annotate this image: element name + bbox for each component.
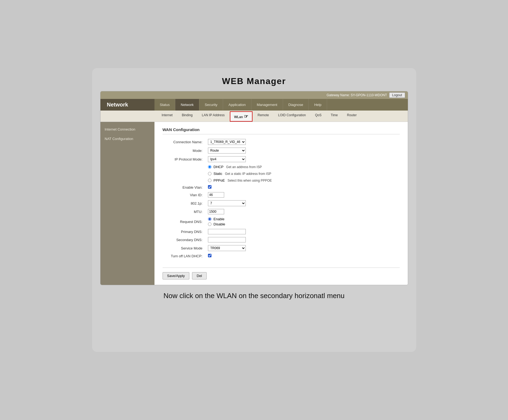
mode-row: Mode: Route [163, 146, 400, 155]
dot1p-select[interactable]: 7 [208, 200, 246, 206]
dns-enable-label: Enable [208, 217, 398, 221]
dns-disable-label: Disable [208, 222, 398, 226]
dot1p-label: 802.1p: [163, 199, 206, 208]
primary-nav: Network Status Network Security Applicat… [100, 99, 408, 111]
mtu-input[interactable] [208, 209, 224, 214]
enable-vlan-row: Enable Vlan: [163, 184, 400, 191]
dhcp-radio[interactable] [208, 165, 211, 169]
dhcp-label: DHCP Get an address from ISP [208, 165, 398, 169]
nav-brand: Network [100, 99, 154, 111]
logout-button[interactable]: Logout [389, 92, 405, 98]
top-bar: Gateway Name: SY-GPON-1110-WDONT Logout [100, 91, 408, 99]
dhcp-row: DHCP Get an address from ISP [163, 164, 400, 170]
secondary-nav-router[interactable]: Router [343, 111, 361, 122]
secondary-nav-qos[interactable]: QoS [311, 111, 326, 122]
connection-name-select[interactable]: 1_TR069_R_VID_46 [208, 139, 246, 145]
dns-enable-radio[interactable] [208, 217, 211, 221]
caption-text: Now click on the WLAN on the secondary h… [163, 292, 345, 300]
primary-dns-input[interactable] [208, 229, 246, 234]
secondary-nav-wlan[interactable]: WLan ☞ [230, 111, 253, 122]
sidebar-item-internet-connection[interactable]: Internet Connection [100, 125, 154, 134]
service-mode-select[interactable]: TR069 [208, 245, 246, 251]
ip-protocol-select[interactable]: Ipv4 [208, 156, 246, 162]
turn-off-lan-dhcp-checkbox[interactable] [208, 254, 211, 257]
secondary-dns-label: Secondary DNS: [163, 236, 206, 244]
static-radio[interactable] [208, 172, 211, 175]
primary-nav-items: Status Network Security Application Mana… [154, 99, 408, 111]
secondary-nav-time[interactable]: Time [327, 111, 342, 122]
nav-item-application[interactable]: Application [223, 99, 251, 111]
secondary-nav-internet[interactable]: Internet [158, 111, 177, 122]
secondary-nav-lan-ip-address[interactable]: LAN IP Address [198, 111, 229, 122]
nav-item-diagnose[interactable]: Diagnose [283, 99, 309, 111]
secondary-nav-binding[interactable]: Binding [178, 111, 197, 122]
mode-select[interactable]: Route [208, 148, 246, 154]
ip-protocol-label: IP Protocol Mode: [163, 155, 206, 164]
secondary-nav-remote[interactable]: Remote [254, 111, 273, 122]
secondary-nav-loid[interactable]: LOID Configuration [274, 111, 310, 122]
sidebar-item-nat-configuration[interactable]: NAT Configuration [100, 134, 154, 144]
request-dns-label: Request DNS: [163, 216, 206, 228]
nav-item-network[interactable]: Network [175, 99, 199, 111]
primary-dns-row: Primary DNS: [163, 228, 400, 236]
mtu-row: MTU: [163, 208, 400, 216]
sidebar: Internet Connection NAT Configuration [100, 122, 154, 285]
pppoe-radio[interactable] [208, 179, 211, 182]
connection-name-label: Connection Name: [163, 138, 206, 146]
browser-window: Gateway Name: SY-GPON-1110-WDONT Logout … [100, 91, 408, 285]
pppoe-label: PPPoE Select this when using PPPOE [208, 178, 398, 182]
nav-item-security[interactable]: Security [199, 99, 223, 111]
enable-vlan-checkbox[interactable] [208, 185, 211, 189]
del-button[interactable]: Del [192, 272, 207, 279]
service-mode-row: Service Mode TR069 [163, 244, 400, 252]
pppoe-row: PPPoE Select this when using PPPOE [163, 177, 400, 184]
connection-name-row: Connection Name: 1_TR069_R_VID_46 [163, 138, 400, 146]
save-apply-button[interactable]: Save/Apply [163, 272, 190, 279]
vlan-id-input[interactable] [208, 192, 224, 198]
vlan-id-label: Vlan ID: [163, 191, 206, 199]
main-area: Internet Connection NAT Configuration WA… [100, 122, 408, 285]
mtu-label: MTU: [163, 208, 206, 216]
secondary-dns-input[interactable] [208, 237, 246, 242]
dns-disable-radio[interactable] [208, 222, 211, 226]
secondary-dns-row: Secondary DNS: [163, 236, 400, 244]
outer-container: WEB Manager Gateway Name: SY-GPON-1110-W… [92, 68, 416, 352]
gateway-name: Gateway Name: SY-GPON-1110-WDONT [327, 93, 387, 97]
static-row: Static Get a static IP address from ISP [163, 170, 400, 177]
section-title: WAN Configuration [163, 127, 400, 134]
ip-protocol-row: IP Protocol Mode: Ipv4 [163, 155, 400, 164]
nav-item-management[interactable]: Management [251, 99, 283, 111]
secondary-nav: Internet Binding LAN IP Address WLan ☞ R… [100, 111, 408, 122]
turn-off-label: Turn off LAN DHCP: [163, 252, 206, 259]
page-title: WEB Manager [222, 76, 286, 86]
service-mode-label: Service Mode [163, 244, 206, 252]
button-row: Save/Apply Del [163, 268, 400, 279]
vlan-id-row: Vlan ID: [163, 191, 400, 199]
wan-config-table: Connection Name: 1_TR069_R_VID_46 Mode: … [163, 138, 400, 259]
request-dns-row: Request DNS: Enable Disable [163, 216, 400, 228]
nav-item-help[interactable]: Help [309, 99, 327, 111]
cursor-icon: ☞ [244, 114, 248, 119]
static-label: Static Get a static IP address from ISP [208, 172, 398, 176]
turn-off-lan-dhcp-row: Turn off LAN DHCP: [163, 252, 400, 259]
nav-item-status[interactable]: Status [154, 99, 176, 111]
content-area: WAN Configuration Connection Name: 1_TR0… [154, 122, 408, 285]
primary-dns-label: Primary DNS: [163, 228, 206, 236]
mode-label: Mode: [163, 146, 206, 155]
dot1p-row: 802.1p: 7 [163, 199, 400, 208]
enable-vlan-label: Enable Vlan: [163, 184, 206, 191]
